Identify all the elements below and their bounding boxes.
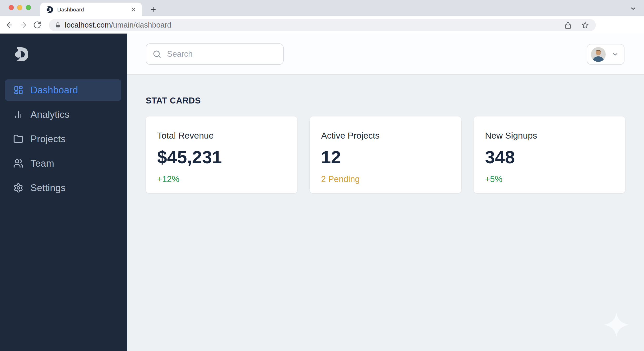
stat-card-title: Active Projects (321, 131, 450, 141)
stat-card-title: New Signups (485, 131, 614, 141)
app-header (127, 34, 644, 75)
omnibox-actions (564, 21, 589, 29)
dashboard-grid-icon (13, 85, 23, 95)
main-area: STAT CARDS Total Revenue $45,231 +12% Ac… (127, 34, 644, 351)
reload-icon[interactable] (33, 21, 41, 29)
stat-card-delta: +5% (485, 174, 614, 184)
bar-chart-icon (13, 109, 23, 120)
stat-card-delta: 2 Pending (321, 174, 450, 184)
user-menu-button[interactable] (587, 44, 624, 65)
search-box[interactable] (146, 43, 284, 65)
stat-card-total-revenue: Total Revenue $45,231 +12% (146, 116, 297, 193)
sidebar-item-label: Analytics (30, 109, 69, 120)
sidebar-item-analytics[interactable]: Analytics (5, 104, 121, 125)
stat-card-title: Total Revenue (157, 131, 286, 141)
window-zoom-button[interactable] (26, 5, 31, 10)
sparkle-icon (604, 312, 629, 337)
tab-search-chevron-icon[interactable] (630, 5, 636, 12)
sidebar-nav: Dashboard Analytics Projects (5, 79, 121, 202)
sidebar-item-label: Dashboard (30, 85, 78, 96)
gear-icon (13, 183, 23, 193)
sidebar-item-projects[interactable]: Projects (5, 128, 121, 150)
lock-icon (55, 22, 61, 28)
address-bar[interactable]: localhost.com/umain/dashboard (49, 19, 596, 31)
user-avatar (591, 47, 606, 62)
folder-icon (13, 134, 23, 144)
tab-close-icon[interactable] (130, 6, 137, 13)
window-close-button[interactable] (9, 5, 14, 10)
stat-card-new-signups: New Signups 348 +5% (474, 116, 625, 193)
url-path: /umain/dashboard (111, 21, 171, 29)
window-minimize-button[interactable] (17, 5, 22, 10)
window-controls (9, 5, 31, 10)
back-icon[interactable] (5, 21, 14, 29)
tab-strip: Dashboard (0, 0, 644, 16)
url-text: localhost.com/umain/dashboard (65, 21, 171, 29)
sidebar: Dashboard Analytics Projects (0, 34, 127, 351)
app-logo (12, 46, 29, 63)
section-title: STAT CARDS (146, 96, 644, 106)
search-icon (152, 50, 161, 58)
stat-card-active-projects: Active Projects 12 2 Pending (310, 116, 461, 193)
chevron-down-icon (611, 51, 619, 58)
url-host: localhost.com (65, 21, 111, 29)
share-icon[interactable] (564, 21, 572, 29)
browser-window: Dashboard localhost.com/umain (0, 0, 644, 351)
app-logo-favicon (46, 6, 53, 14)
sidebar-item-label: Settings (30, 183, 66, 193)
app-viewport: Dashboard Analytics Projects (0, 34, 644, 351)
sidebar-item-team[interactable]: Team (5, 153, 121, 174)
users-icon (13, 158, 23, 168)
search-input[interactable] (167, 49, 277, 59)
stat-cards-row: Total Revenue $45,231 +12% Active Projec… (146, 116, 644, 193)
forward-icon[interactable] (19, 21, 28, 29)
bookmark-star-icon[interactable] (581, 21, 589, 29)
sidebar-item-settings[interactable]: Settings (5, 177, 121, 199)
tab-title: Dashboard (57, 6, 130, 13)
browser-toolbar-items: localhost.com/umain/dashboard (0, 16, 644, 34)
sidebar-item-label: Projects (30, 134, 66, 145)
new-tab-button[interactable] (150, 6, 157, 13)
page-content: STAT CARDS Total Revenue $45,231 +12% Ac… (127, 75, 644, 351)
sidebar-item-label: Team (30, 158, 54, 169)
user-photo (591, 47, 606, 62)
sidebar-item-dashboard[interactable]: Dashboard (5, 79, 121, 101)
stat-card-value: $45,231 (157, 147, 286, 167)
browser-tab[interactable]: Dashboard (40, 3, 142, 16)
stat-card-value: 348 (485, 147, 614, 167)
stat-card-delta: +12% (157, 174, 286, 184)
stat-card-value: 12 (321, 147, 450, 167)
